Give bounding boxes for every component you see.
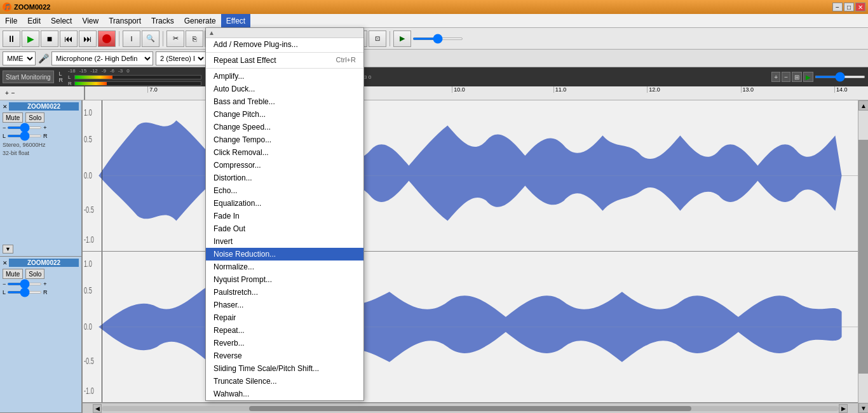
- track-2-solo-button[interactable]: Solo: [25, 269, 44, 279]
- play-button[interactable]: ▶: [22, 30, 39, 47]
- menu-view[interactable]: View: [77, 14, 104, 27]
- effect-repeat-last[interactable]: Repeat Last Effect Ctrl+R: [206, 54, 363, 67]
- dropdown-arrow: ▲: [206, 28, 363, 38]
- track-pan-slider[interactable]: [7, 135, 42, 137]
- menu-bar: File Edit Select View Transport Tracks G…: [0, 14, 868, 28]
- effect-reverb[interactable]: Reverb...: [206, 337, 363, 349]
- track-panel: ✕ ZOOM0022 Mute Solo − + L R Stereo, 960…: [0, 100, 83, 413]
- close-button[interactable]: ✕: [855, 3, 865, 11]
- effect-change-speed[interactable]: Change Speed...: [206, 121, 363, 133]
- playback-volume-slider[interactable]: [815, 76, 865, 78]
- menu-transport[interactable]: Transport: [104, 14, 146, 27]
- zoom-tool[interactable]: 🔍: [142, 30, 159, 47]
- effect-add-remove-plugins[interactable]: Add / Remove Plug-ins...: [206, 38, 363, 51]
- effect-compressor[interactable]: Compressor...: [206, 159, 363, 172]
- vu-toolbar-right: + − ⊞ ▶: [771, 72, 865, 82]
- svg-text:1.0: 1.0: [84, 259, 92, 269]
- play-at-speed[interactable]: ▶: [393, 30, 411, 47]
- effect-change-pitch[interactable]: Change Pitch...: [206, 108, 363, 121]
- effect-paulstretch[interactable]: Paulstretch...: [206, 286, 363, 299]
- pause-button[interactable]: ⏸: [3, 30, 20, 47]
- vscroll-track[interactable]: [858, 111, 868, 403]
- effect-repair[interactable]: Repair: [206, 311, 363, 324]
- vu-fit[interactable]: ⊞: [792, 72, 802, 82]
- skip-back-button[interactable]: ⏮: [60, 30, 78, 47]
- effect-sliding-time[interactable]: Sliding Time Scale/Pitch Shift...: [206, 362, 363, 375]
- effect-repeat[interactable]: Repeat...: [206, 324, 363, 337]
- effect-phaser[interactable]: Phaser...: [206, 299, 363, 311]
- vscroll-thumb[interactable]: [858, 140, 868, 374]
- scroll-left-button[interactable]: ◀: [93, 404, 102, 413]
- track-2-title-row: ✕ ZOOM0022: [3, 259, 79, 267]
- effect-bass-treble[interactable]: Bass and Treble...: [206, 95, 363, 108]
- channel-select[interactable]: 2 (Stereo) R: [156, 51, 207, 65]
- track-1-lr-row: L R: [3, 133, 79, 139]
- horizontal-scrollbar[interactable]: ◀ ▶: [83, 403, 858, 413]
- effect-reverse[interactable]: Reverse: [206, 349, 363, 362]
- ruler-12: 12.0: [647, 86, 660, 93]
- effect-change-tempo[interactable]: Change Tempo...: [206, 133, 363, 146]
- menu-edit[interactable]: Edit: [22, 14, 46, 27]
- effect-auto-duck[interactable]: Auto Duck...: [206, 83, 363, 95]
- vscroll-up-button[interactable]: ▲: [858, 100, 868, 111]
- scrollbar-thumb[interactable]: [249, 406, 691, 411]
- effect-normalize[interactable]: Normalize...: [206, 261, 363, 273]
- track-1-waveform[interactable]: 1.0 0.5 0.0 -0.5 -1.0: [83, 100, 858, 252]
- select-tool[interactable]: I: [123, 30, 140, 47]
- vu-play[interactable]: ▶: [803, 72, 813, 82]
- scrollbar-track[interactable]: [102, 406, 839, 411]
- effect-nyquist-prompt[interactable]: Nyquist Prompt...: [206, 273, 363, 286]
- audio-host-select[interactable]: MME: [3, 51, 36, 65]
- menu-effect[interactable]: Effect: [221, 14, 250, 27]
- vu-zoom-out[interactable]: −: [782, 72, 790, 82]
- track-2-pan-slider[interactable]: [7, 291, 42, 294]
- track-collapse-icon[interactable]: ✕: [3, 104, 8, 110]
- menu-file[interactable]: File: [0, 14, 22, 27]
- vu-zoom-in[interactable]: +: [771, 72, 780, 82]
- track-1-name-button[interactable]: ZOOM0022: [9, 102, 79, 111]
- vu-meter-bar: Start Monitoring LR -18 -15 -12 -9 -6 -3…: [0, 67, 868, 86]
- solo-button[interactable]: Solo: [25, 112, 44, 123]
- effect-equalization[interactable]: Equalization...: [206, 197, 363, 210]
- minimize-button[interactable]: −: [832, 3, 843, 11]
- effect-fade-out[interactable]: Fade Out: [206, 222, 363, 235]
- track-down-button[interactable]: ▼: [3, 245, 13, 254]
- vscroll-down-button[interactable]: ▼: [858, 403, 868, 413]
- separator-repeat: [206, 68, 363, 69]
- playback-speed-slider[interactable]: [412, 37, 463, 40]
- effect-noise-reduction[interactable]: Noise Reduction...: [206, 248, 363, 261]
- stop-button[interactable]: ■: [41, 30, 58, 47]
- input-device-select[interactable]: Microphone (2- High Defin: [51, 51, 153, 65]
- menu-generate[interactable]: Generate: [179, 14, 221, 27]
- scroll-right-button[interactable]: ▶: [839, 404, 848, 413]
- menu-select[interactable]: Select: [46, 14, 77, 27]
- effect-fade-in[interactable]: Fade In: [206, 210, 363, 222]
- track-2-name-button[interactable]: ZOOM0022: [9, 259, 79, 267]
- effect-echo[interactable]: Echo...: [206, 184, 363, 197]
- track-2-waveform[interactable]: 1.0 0.5 0.0 -0.5 -1.0: [83, 252, 858, 403]
- skip-forward-button[interactable]: ⏭: [79, 30, 97, 47]
- effect-wahwah[interactable]: Wahwah...: [206, 388, 363, 400]
- title-bar-left: 🎵 ZOOM0022: [3, 3, 50, 11]
- track-2-gain-slider[interactable]: [7, 283, 42, 285]
- record-button[interactable]: [98, 30, 116, 47]
- effect-distortion[interactable]: Distortion...: [206, 172, 363, 184]
- maximize-button[interactable]: □: [844, 3, 854, 11]
- gain-minus: −: [3, 125, 6, 131]
- effect-click-removal[interactable]: Click Removal...: [206, 146, 363, 159]
- effect-truncate-silence[interactable]: Truncate Silence...: [206, 375, 363, 388]
- copy-button[interactable]: ⎘: [186, 30, 203, 47]
- menu-tracks[interactable]: Tracks: [146, 14, 179, 27]
- vertical-scrollbar[interactable]: ▲ ▼: [858, 100, 868, 413]
- track-2-collapse-icon[interactable]: ✕: [3, 260, 8, 266]
- effect-invert[interactable]: Invert: [206, 235, 363, 248]
- cut-button[interactable]: ✂: [166, 30, 184, 47]
- mute-button[interactable]: Mute: [3, 112, 23, 123]
- track-2-mute-button[interactable]: Mute: [3, 269, 23, 279]
- start-monitoring-button[interactable]: Start Monitoring: [3, 71, 54, 83]
- effect-amplify[interactable]: Amplify...: [206, 70, 363, 83]
- svg-text:0.5: 0.5: [84, 134, 92, 145]
- vu-r-row: R: [68, 81, 201, 86]
- track-gain-slider[interactable]: [7, 126, 42, 129]
- zoom-sel-button[interactable]: ⊡: [369, 30, 386, 47]
